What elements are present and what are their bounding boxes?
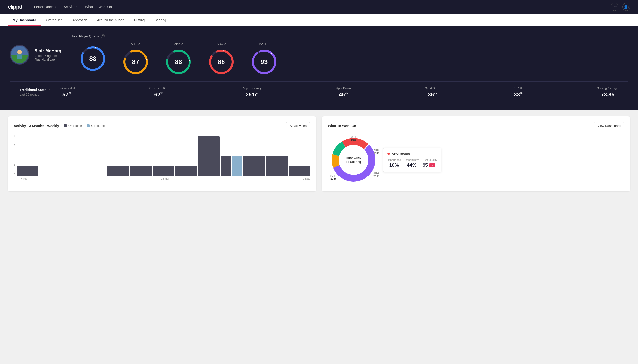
y-axis: 4 3 2 1 0 [14, 134, 15, 176]
player-handicap: Plus Handicap [34, 58, 62, 61]
bar-on-course-5 [130, 166, 152, 176]
quality-label: Total Player Quality ? [72, 34, 628, 38]
tab-scoring[interactable]: Scoring [150, 14, 171, 26]
bar-group-8 [198, 136, 220, 176]
score-app: APP ↗ 86 [157, 42, 200, 75]
avatar [10, 45, 29, 64]
putt-outer-label: PUTT 57% [330, 174, 337, 181]
bar-on-course-8 [198, 136, 220, 176]
donut-chart: ImportanceTo Scoring OTT 10% PUTT 57% AP… [328, 134, 379, 186]
all-activities-button[interactable]: All Activities [286, 122, 310, 129]
donut-center-label: ImportanceTo Scoring [346, 156, 362, 164]
plus-icon: ⊕ [612, 5, 615, 9]
y-label-2: 2 [14, 154, 15, 156]
info-card-title: ARG Rough [387, 152, 437, 156]
hero-section: Blair McHarg United Kingdom Plus Handica… [0, 26, 638, 110]
nav-what-to-work-on[interactable]: What To Work On [85, 5, 112, 9]
bar-group-0 [17, 166, 39, 176]
app-outer-label: APP 12% [373, 149, 379, 155]
tab-around-the-green[interactable]: Around the Green [92, 14, 129, 26]
nav-performance[interactable]: Performance ▾ [34, 5, 56, 9]
tabs-bar: My Dashboard Off the Tee Approach Around… [0, 14, 638, 26]
trad-stats-period: Last 20 rounds [20, 93, 59, 96]
app-label: APP ↗ [174, 42, 183, 46]
arg-dot [387, 152, 390, 155]
score-overall: 88 [72, 45, 114, 72]
trad-stats-title: Traditional Stats ? [20, 88, 59, 92]
info-card: ARG Rough Importance 16% Opportunity 44%… [383, 148, 442, 172]
user-icon: 👤 [623, 5, 628, 9]
view-dashboard-button[interactable]: View Dashboard [594, 122, 624, 129]
metric-opportunity: Opportunity 44% [405, 158, 419, 168]
player-info: Blair McHarg United Kingdom Plus Handica… [10, 45, 64, 64]
nav-links: Performance ▾ Activities What To Work On [34, 5, 112, 9]
info-metrics: Importance 16% Opportunity 44% Shot Qual… [387, 158, 437, 168]
score-value-app: 86 [175, 58, 182, 66]
tab-putting[interactable]: Putting [129, 14, 150, 26]
bar-on-course-12 [289, 166, 310, 176]
bar-on-course-0 [17, 166, 39, 176]
gauge-overall: 88 [79, 45, 106, 72]
bar-group-11 [266, 156, 288, 176]
stat-sand-save: Sand Save 36% [425, 86, 440, 98]
score-value-arg: 88 [218, 58, 225, 66]
chart-container: 4 3 2 1 0 [14, 134, 310, 180]
x-label-may: 9 May [303, 177, 310, 180]
bottom-panels: Activity - 3 Months - Weekly On course O… [0, 110, 638, 197]
gauge-arg: 88 [208, 48, 235, 75]
score-value-overall: 88 [89, 55, 96, 62]
score-value-ott: 87 [132, 58, 139, 66]
x-axis: 7 Feb 28 Mar 9 May [14, 177, 310, 180]
stat-scoring-average: Scoring Average 73.85 [597, 86, 618, 98]
stat-1-putt: 1 Putt 33% [514, 86, 523, 98]
trend-arrow-ott: ↗ [138, 42, 140, 45]
trend-arrow-arg: ↗ [224, 42, 226, 45]
stat-items: Fairways Hit 57% Greens In Reg 62% App. … [59, 86, 618, 98]
stat-app-proximity: App. Proximity 35'5" [243, 86, 262, 98]
shot-quality-badge: ▼ [430, 163, 435, 168]
trend-arrow-app: ↗ [181, 42, 183, 45]
trad-help-icon[interactable]: ? [48, 88, 50, 92]
gauge-ott: 87 [122, 48, 149, 75]
activity-panel: Activity - 3 Months - Weekly On course O… [8, 116, 316, 192]
trend-arrow-putt: ↗ [268, 42, 270, 45]
tab-my-dashboard[interactable]: My Dashboard [8, 14, 41, 26]
chart-legend: On course Off course [64, 124, 105, 128]
traditional-stats: Traditional Stats ? Last 20 rounds Fairw… [10, 82, 628, 103]
what-to-work-on-panel: What To Work On View Dashboard [322, 116, 630, 192]
svg-point-3 [17, 50, 22, 54]
chart-body: 4 3 2 1 0 [14, 134, 310, 176]
bars-container [17, 134, 310, 176]
legend-dot-on-course [64, 124, 67, 127]
bar-on-course-9 [221, 156, 231, 176]
arg-label: ARG ↗ [217, 42, 226, 46]
bar-group-5 [130, 166, 152, 176]
bar-group-9 [221, 156, 242, 176]
user-menu-button[interactable]: 👤 ▾ [622, 3, 630, 11]
quality-section: Total Player Quality ? 88 [72, 34, 628, 75]
help-icon[interactable]: ? [101, 34, 105, 38]
ott-label: OTT ↗ [131, 42, 140, 46]
bar-on-course-7 [175, 166, 197, 176]
arg-outer-label: ARG 21% [373, 172, 379, 178]
wtwon-header: What To Work On View Dashboard [328, 122, 624, 129]
logo[interactable]: clippd [8, 4, 22, 10]
stat-up-down: Up & Down 45% [336, 86, 351, 98]
nav-activities[interactable]: Activities [64, 5, 77, 9]
activity-title: Activity - 3 Months - Weekly [14, 124, 59, 128]
score-circles: 88 OTT ↗ 87 [72, 42, 628, 75]
ott-outer-label: OTT 10% [351, 135, 356, 142]
x-label-mar: 28 Mar [161, 177, 169, 180]
bar-off-course-9 [232, 156, 242, 176]
metric-shot-quality: Shot Quality 95 ▼ [422, 158, 437, 168]
add-button[interactable]: ⊕ ▾ [610, 3, 618, 11]
score-putt: PUTT ↗ 93 [243, 42, 285, 75]
wtwon-content: ImportanceTo Scoring OTT 10% PUTT 57% AP… [328, 134, 624, 186]
tab-approach[interactable]: Approach [68, 14, 92, 26]
bar-group-10 [243, 156, 265, 176]
bar-group-7 [175, 166, 197, 176]
metric-importance: Importance 16% [387, 158, 401, 168]
tab-off-the-tee[interactable]: Off the Tee [41, 14, 68, 26]
nav-right: ⊕ ▾ 👤 ▾ [610, 3, 630, 11]
chevron-down-icon-add: ▾ [615, 6, 617, 8]
